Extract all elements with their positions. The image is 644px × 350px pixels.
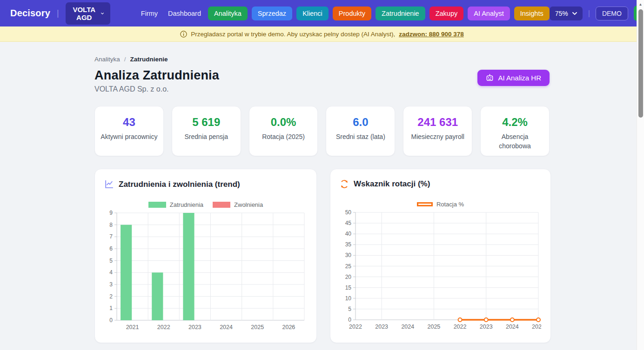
svg-text:3: 3 (109, 281, 113, 288)
svg-text:7: 7 (109, 233, 113, 240)
scrollbar-thumb[interactable] (638, 9, 643, 118)
svg-text:2022: 2022 (454, 324, 467, 330)
company-selector-label: VOLTA AGD (72, 6, 96, 21)
legend-item-zatrudnienia[interactable]: Zatrudnienia (148, 201, 203, 208)
svg-text:35: 35 (345, 241, 352, 248)
nav-pill-sprzedaz[interactable]: Sprzedaz (252, 7, 292, 20)
ai-hr-analysis-label: AI Analiza HR (498, 74, 541, 82)
svg-text:1: 1 (109, 305, 113, 311)
svg-text:15: 15 (345, 284, 352, 291)
kpi-value: 4.2% (481, 116, 549, 129)
legend-label: Zatrudnienia (170, 201, 203, 208)
kpi-card-active-employees: 43 Aktywni pracownicy (94, 106, 164, 156)
ai-hr-analysis-button[interactable]: AI Analiza HR (477, 70, 550, 86)
svg-text:2022: 2022 (157, 324, 170, 330)
hiring-trend-bar-chart: 0123456789202120222023202420252026 (104, 209, 307, 333)
breadcrumb-current: Zatrudnienie (130, 56, 168, 63)
breadcrumb: Analityka / Zatrudnienie (94, 56, 550, 63)
svg-text:20: 20 (345, 274, 352, 280)
nav-link-dashboard[interactable]: Dashboard (168, 10, 201, 17)
hiring-chart-legend: Zatrudnienia Zwolnienia (104, 201, 307, 208)
hiring-trend-chart-card: Zatrudnienia i zwolnienia (trend) Zatrud… (94, 169, 317, 343)
rotate-icon (340, 179, 349, 189)
banner-text: Przegladasz portal w trybie demo. Aby uz… (191, 31, 395, 38)
kpi-value: 5 619 (172, 116, 241, 129)
kpi-card-monthly-payroll: 241 631 Miesieczny payroll (403, 106, 472, 156)
svg-text:40: 40 (345, 231, 352, 237)
chevron-down-icon (572, 11, 577, 16)
svg-text:2025: 2025 (532, 324, 541, 330)
rotation-chart-legend: Rotacja % (340, 201, 541, 208)
svg-text:2026: 2026 (282, 324, 295, 330)
svg-text:9: 9 (109, 210, 113, 216)
kpi-value: 43 (95, 116, 163, 129)
company-selector-dropdown[interactable]: VOLTA AGD (66, 2, 110, 25)
kpi-card-avg-tenure: 6.0 Sredni staz (lata) (326, 106, 395, 156)
page-subtitle: VOLTA AGD Sp. z o.o. (94, 85, 219, 93)
kpi-card-rotation: 0.0% Rotacja (2025) (249, 106, 318, 156)
legend-label: Rotacja % (436, 201, 464, 208)
svg-text:4: 4 (109, 269, 113, 276)
scrollbar-up-arrow[interactable]: ▲ (637, 0, 644, 7)
vertical-scrollbar[interactable]: ▲ (637, 0, 644, 350)
svg-text:2: 2 (109, 293, 113, 300)
legend-item-rotacja[interactable]: Rotacja % (417, 201, 464, 208)
breadcrumb-analityka[interactable]: Analityka (94, 56, 120, 63)
legend-label: Zwolnienia (234, 201, 263, 208)
page-header-row: Analiza Zatrudnienia VOLTA AGD Sp. z o.o… (94, 68, 550, 93)
svg-text:0: 0 (348, 317, 351, 323)
banner-phone-link[interactable]: zadzwon: 880 900 378 (399, 31, 464, 38)
brand-logo: Decisory (10, 8, 50, 19)
svg-text:0: 0 (109, 317, 113, 324)
info-icon (180, 31, 187, 38)
chevron-down-icon (101, 11, 104, 16)
rotation-chart-title-row: Wskaznik rotacji (%) (340, 179, 541, 189)
kpi-value: 6.0 (326, 116, 395, 129)
nav-pill-insights[interactable]: Insights (514, 7, 550, 20)
kpi-card-sick-absence: 4.2% Absencja chorobowa (480, 106, 550, 156)
svg-text:10: 10 (345, 295, 352, 302)
kpi-label: Miesieczny payroll (403, 132, 472, 141)
svg-text:2024: 2024 (506, 324, 519, 330)
nav-pill-klienci[interactable]: Klienci (296, 7, 329, 20)
svg-text:8: 8 (109, 222, 113, 228)
legend-swatch-red (213, 202, 230, 208)
svg-text:2025: 2025 (251, 324, 264, 330)
svg-text:2022: 2022 (349, 324, 362, 330)
page-title: Analiza Zatrudnienia (94, 68, 219, 83)
nav-pill-analityka[interactable]: Analityka (208, 7, 248, 20)
legend-item-zwolnienia[interactable]: Zwolnienia (213, 201, 263, 208)
legend-swatch-orange (417, 202, 433, 206)
nav-pill-produkty[interactable]: Produkty (333, 7, 371, 20)
svg-text:5: 5 (109, 258, 113, 264)
nav-pill-group: Analityka Sprzedaz Klienci Produkty Zatr… (208, 7, 550, 20)
main-content: Analityka / Zatrudnienie Analiza Zatrudn… (94, 42, 550, 343)
rotation-chart-card: Wskaznik rotacji (%) Rotacja % 051015202… (330, 169, 551, 343)
top-navigation-bar: Decisory | VOLTA AGD Firmy Dashboard Ana… (0, 0, 644, 26)
nav-link-firmy[interactable]: Firmy (141, 10, 158, 17)
svg-text:45: 45 (345, 220, 352, 226)
svg-text:50: 50 (345, 209, 352, 216)
page-title-block: Analiza Zatrudnienia VOLTA AGD Sp. z o.o… (94, 68, 219, 93)
svg-text:2021: 2021 (126, 324, 139, 330)
svg-text:2025: 2025 (428, 324, 441, 330)
breadcrumb-separator: / (124, 56, 126, 63)
rotation-line-chart: 0510152025303540455020222023202420252022… (340, 209, 541, 332)
nav-pill-zakupy[interactable]: Zakupy (429, 7, 464, 20)
zoom-level-value: 75% (555, 10, 568, 17)
kpi-card-avg-salary: 5 619 Srednia pensja (172, 106, 241, 156)
nav-pill-zatrudnienie[interactable]: Zatrudnienie (376, 7, 425, 20)
line-chart-icon (104, 179, 114, 189)
topbar-right-group: 75% | DEMO Zaloguj (550, 6, 644, 21)
charts-row: Zatrudnienia i zwolnienia (trend) Zatrud… (94, 169, 550, 343)
svg-text:2023: 2023 (188, 324, 201, 330)
kpi-label: Srednia pensja (172, 132, 241, 141)
svg-text:2024: 2024 (401, 324, 414, 330)
zoom-level-dropdown[interactable]: 75% (550, 7, 583, 20)
topbar-divider: | (588, 9, 590, 18)
chart-title: Zatrudnienia i zwolnienia (trend) (119, 180, 240, 189)
kpi-value: 241 631 (403, 116, 472, 129)
nav-pill-ai-analyst[interactable]: AI Analyst (468, 7, 510, 20)
kpi-label: Aktywni pracownicy (95, 132, 163, 141)
kpi-value: 0.0% (249, 116, 318, 129)
